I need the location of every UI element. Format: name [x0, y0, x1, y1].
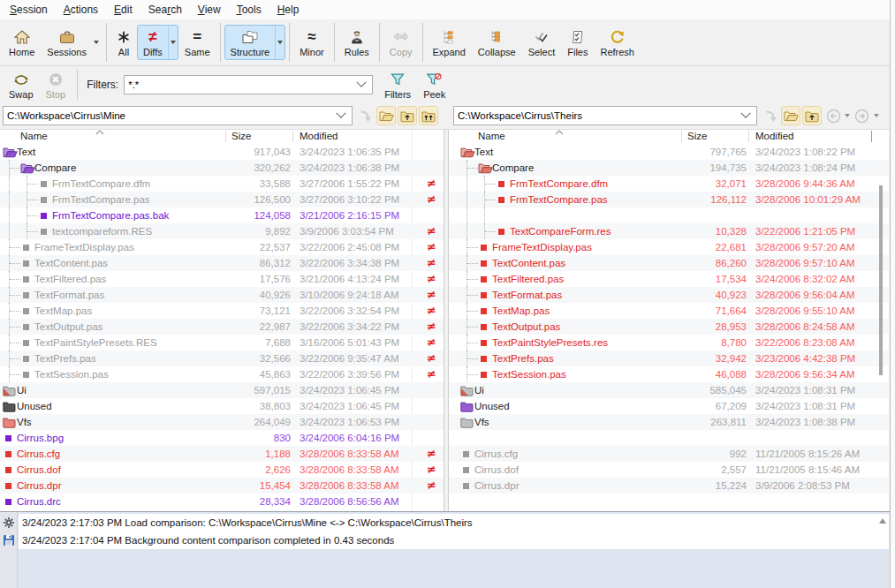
file-row[interactable]: Cirrus.dof2,6263/28/2006 8:33:58 AM≠: [0, 462, 444, 478]
all-button[interactable]: All: [110, 25, 137, 60]
column-header-name[interactable]: Name: [478, 131, 505, 141]
files-button[interactable]: Files: [561, 25, 594, 60]
log-entry[interactable]: 3/24/2023 2:17:04 PM Background content …: [19, 531, 889, 549]
file-row[interactable]: Cirrus.drc28,3343/28/2006 8:56:56 AM: [0, 494, 444, 509]
peek-button[interactable]: Peek: [417, 67, 451, 102]
file-row[interactable]: textcompareform.RES9,8923/9/2006 3:03:54…: [0, 223, 444, 239]
menu-search[interactable]: Search: [140, 2, 190, 18]
menu-tools[interactable]: Tools: [229, 2, 269, 18]
file-row[interactable]: FrmTextCompare.pas126,5003/27/2006 3:10:…: [0, 192, 444, 207]
refresh-button[interactable]: Refresh: [594, 25, 641, 60]
folder-row[interactable]: Vfs263,8113/24/2023 1:08:38 PM: [449, 414, 889, 430]
select-button[interactable]: Select: [522, 25, 562, 60]
column-header-modified[interactable]: Modified: [300, 131, 338, 141]
file-row[interactable]: TextFiltered.pas17,5343/24/2006 8:32:02 …: [449, 271, 889, 287]
minor-button[interactable]: ≈ Minor: [293, 25, 330, 60]
file-row[interactable]: TextFormat.pas40,9263/10/2006 9:24:18 AM…: [0, 287, 444, 303]
file-row[interactable]: TextPaintStylePresets.RES7,6883/16/2006 …: [0, 335, 444, 351]
file-row[interactable]: TextContent.pas86,2603/28/2006 9:57:10 A…: [449, 255, 889, 271]
forward-history-caret[interactable]: [874, 114, 879, 117]
column-divider[interactable]: [871, 131, 872, 142]
menu-view[interactable]: View: [190, 2, 229, 18]
diffs-dropdown-caret[interactable]: [168, 26, 178, 59]
menu-edit[interactable]: Edit: [106, 2, 140, 18]
right-pane-scrollbar-thumb[interactable]: [879, 185, 883, 375]
menu-actions[interactable]: Actions: [56, 2, 106, 18]
file-row[interactable]: TextPrefs.pas32,5663/22/2006 9:35:47 AM≠: [0, 351, 444, 366]
column-divider[interactable]: [681, 131, 682, 142]
file-row[interactable]: TextPrefs.pas32,9423/23/2006 4:42:38 PM: [449, 351, 889, 366]
log-entry[interactable]: 3/24/2023 2:17:03 PM Load comparison: C:…: [19, 514, 889, 531]
menu-session[interactable]: Session: [2, 2, 56, 18]
right-path-combobox[interactable]: [453, 106, 757, 125]
home-button[interactable]: Home: [3, 25, 41, 60]
folder-row[interactable]: Text917,0433/24/2023 1:06:35 PM: [0, 144, 444, 160]
left-parent-folder-button[interactable]: [398, 106, 417, 125]
column-header-size[interactable]: Size: [231, 131, 251, 141]
file-row[interactable]: Cirrus.cfg99211/21/2005 8:15:26 AM: [449, 446, 889, 462]
file-row[interactable]: TextOutput.pas28,9533/28/2006 8:24:58 AM: [449, 319, 889, 335]
column-header-name[interactable]: Name: [20, 131, 48, 141]
right-path-input[interactable]: [454, 110, 742, 121]
diffs-button[interactable]: ≠ Diffs: [137, 25, 178, 60]
same-button[interactable]: = Same: [178, 25, 216, 60]
log-scroll-up-icon[interactable]: [879, 518, 886, 524]
folder-row[interactable]: Compare320,2623/24/2023 1:06:38 PM: [0, 160, 444, 176]
file-row[interactable]: Cirrus.dpr15,2243/9/2006 2:08:53 PM: [449, 478, 889, 494]
file-row[interactable]: TextSession.pas45,8633/22/2006 3:39:56 P…: [0, 366, 444, 382]
column-header-modified[interactable]: Modified: [755, 131, 793, 141]
file-row[interactable]: Cirrus.dof2,55711/21/2005 8:15:46 AM: [449, 462, 889, 478]
left-path-input[interactable]: [4, 110, 338, 121]
column-divider[interactable]: [225, 131, 226, 142]
left-browse-folder-button[interactable]: [376, 106, 396, 125]
column-header-size[interactable]: Size: [687, 131, 707, 141]
folder-row[interactable]: Compare194,7353/24/2023 1:08:24 PM: [449, 160, 889, 176]
folder-row[interactable]: Unused67,2093/24/2023 1:08:31 PM: [449, 398, 889, 414]
expand-button[interactable]: Expand: [427, 25, 472, 60]
file-row[interactable]: FrmTextCompare.dfm33,5883/27/2006 1:55:2…: [0, 176, 444, 192]
filters-button[interactable]: Filters: [378, 67, 417, 102]
file-row[interactable]: TextFiltered.pas17,5763/21/2006 4:13:24 …: [0, 271, 444, 287]
collapse-button[interactable]: Collapse: [472, 25, 522, 60]
filter-combobox[interactable]: [124, 75, 373, 94]
back-history-caret[interactable]: [845, 114, 850, 117]
file-row[interactable]: Cirrus.dpr15,4543/28/2006 8:33:58 AM≠: [0, 478, 444, 494]
file-row[interactable]: TextContent.pas86,3123/22/2006 3:34:38 P…: [0, 255, 444, 271]
rules-button[interactable]: Rules: [338, 25, 375, 60]
file-row[interactable]: FrmTextCompare.dfm32,0713/28/2006 9:44:3…: [449, 176, 889, 192]
sessions-dropdown-caret[interactable]: [92, 26, 102, 59]
file-row[interactable]: TextCompareForm.res10,3283/22/2006 1:21:…: [449, 223, 889, 239]
folder-row[interactable]: Vfs264,0493/24/2023 1:06:53 PM: [0, 414, 444, 430]
chevron-down-icon[interactable]: [336, 109, 345, 118]
file-row[interactable]: TextMap.pas71,6643/28/2006 9:55:10 AM: [449, 303, 889, 319]
right-browse-folder-button[interactable]: [781, 106, 800, 125]
file-row[interactable]: Cirrus.bpg8303/24/2006 6:04:16 PM: [0, 430, 444, 446]
file-row[interactable]: TextFormat.pas40,9233/28/2006 9:56:04 AM: [449, 287, 889, 303]
folder-row[interactable]: Unused38,8033/24/2023 1:06:45 PM: [0, 398, 444, 414]
file-row[interactable]: Cirrus.cfg1,1883/28/2006 8:33:58 AM≠: [0, 446, 444, 462]
file-row[interactable]: TextOutput.pas22,9873/22/2006 3:34:22 PM…: [0, 319, 444, 335]
left-path-combobox[interactable]: [3, 106, 353, 125]
file-row[interactable]: TextMap.pas73,1213/22/2006 3:32:54 PM≠: [0, 303, 444, 319]
chevron-down-icon[interactable]: [357, 78, 367, 87]
folder-row[interactable]: Ui585,0453/24/2023 1:08:31 PM: [449, 382, 889, 398]
right-parent-folder-button[interactable]: [802, 106, 822, 125]
folder-row[interactable]: Text797,7653/24/2023 1:08:22 PM: [449, 144, 889, 160]
filter-input[interactable]: [125, 79, 358, 90]
file-row[interactable]: TextPaintStylePresets.res8,7803/22/2006 …: [449, 335, 889, 351]
file-row[interactable]: FrmTextCompare.pas126,1123/28/2006 10:01…: [449, 192, 889, 207]
file-row[interactable]: FrmTextCompare.pas.bak124,0583/21/2006 2…: [0, 207, 444, 223]
left-base-folder-button[interactable]: [419, 106, 438, 125]
structure-button[interactable]: Structure: [224, 25, 286, 60]
menu-help[interactable]: Help: [269, 2, 307, 18]
file-row[interactable]: FrameTextDisplay.pas22,6813/28/2006 9:57…: [449, 239, 889, 255]
file-row[interactable]: TextSession.pas46,0883/28/2006 9:56:34 A…: [449, 366, 889, 382]
sessions-button[interactable]: Sessions: [41, 25, 102, 60]
structure-dropdown-caret[interactable]: [275, 26, 284, 59]
column-divider[interactable]: [748, 131, 749, 142]
column-divider[interactable]: [292, 131, 293, 142]
chevron-down-icon[interactable]: [740, 109, 750, 118]
folder-row[interactable]: Ui597,0153/24/2023 1:06:45 PM: [0, 382, 444, 398]
swap-button[interactable]: Swap: [3, 67, 40, 102]
file-row[interactable]: FrameTextDisplay.pas22,5373/22/2006 2:45…: [0, 239, 444, 255]
